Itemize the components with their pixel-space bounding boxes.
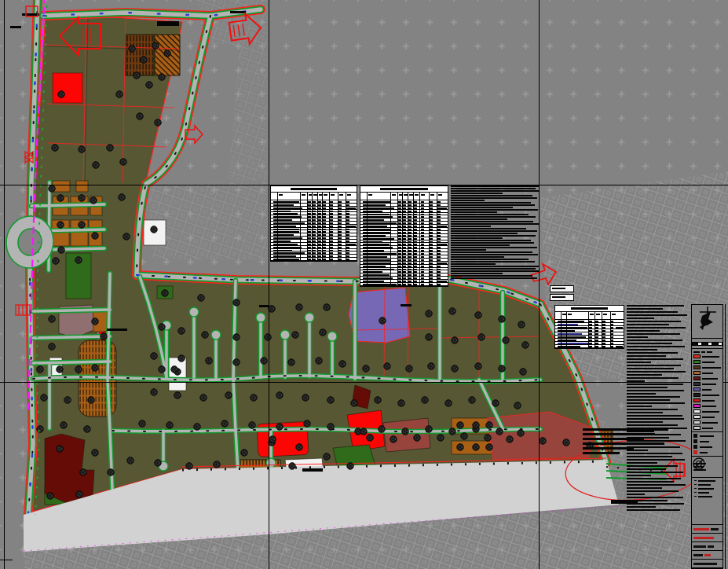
tree-symbol — [57, 366, 64, 373]
legend-swatch — [693, 415, 701, 419]
tree-symbol — [92, 233, 99, 240]
tree-symbol — [261, 358, 268, 365]
cad-text-bar — [230, 11, 246, 13]
legend-swatch — [693, 360, 701, 364]
cad-text-line — [451, 221, 533, 222]
culdesac-bulb — [189, 307, 199, 317]
tree-symbol — [503, 337, 510, 344]
cad-text-line — [451, 266, 540, 267]
cad-text-line — [451, 244, 510, 246]
tree-symbol — [486, 422, 493, 429]
tree-symbol — [221, 420, 229, 428]
cad-text-line — [451, 197, 537, 199]
tree-symbol — [75, 257, 82, 264]
cad-text-line — [583, 452, 620, 454]
tree-symbol — [159, 366, 166, 373]
tree-symbol — [475, 312, 482, 319]
tree-symbol — [171, 366, 178, 373]
cad-text-line — [627, 462, 657, 464]
tree-symbol — [426, 310, 433, 318]
tree-symbol — [84, 426, 91, 433]
tree-symbol — [486, 444, 493, 451]
tree-symbol — [88, 397, 95, 404]
cad-text-line — [627, 346, 685, 347]
tree-symbol — [60, 422, 68, 429]
cad-text-line — [627, 396, 680, 398]
titleblock-panel — [691, 304, 723, 569]
tree-symbol — [461, 433, 468, 440]
tree-symbol — [327, 424, 335, 431]
cad-text-line — [451, 273, 503, 274]
tree-symbol — [339, 361, 346, 368]
tree-symbol — [473, 444, 480, 451]
tree-symbol — [164, 50, 171, 57]
culdesac-bulb — [211, 330, 221, 340]
tree-symbol — [269, 436, 276, 443]
tree-symbol — [57, 222, 64, 229]
legend-swatch — [693, 420, 701, 424]
cad-text-line — [627, 387, 668, 388]
tree-symbol — [351, 400, 358, 407]
tree-symbol — [540, 438, 547, 445]
parcel-purple-facility — [349, 288, 410, 343]
cad-text-line — [451, 275, 532, 277]
cad-text-line — [627, 418, 684, 420]
stamp-logo-icon — [692, 457, 706, 471]
tree-symbol — [499, 316, 506, 323]
cad-text-line — [627, 352, 678, 354]
notes-block-side — [627, 305, 687, 519]
tree-symbol — [426, 334, 433, 341]
cad-text-line — [627, 393, 656, 395]
cad-text-line — [627, 371, 686, 373]
cad-text-line — [627, 380, 645, 382]
cad-text-line — [627, 330, 660, 332]
cad-text-line — [627, 500, 668, 501]
tree-symbol — [206, 358, 213, 365]
cad-text-line — [627, 478, 681, 479]
legend-item — [693, 387, 723, 392]
tree-symbol — [390, 436, 397, 443]
tree-symbol — [445, 400, 452, 407]
notes-block-se — [583, 428, 675, 455]
tree-symbol — [249, 422, 256, 429]
tree-symbol — [58, 247, 65, 254]
legend-swatch — [693, 404, 701, 408]
legend-swatch — [693, 371, 701, 375]
landuse-table-a — [270, 185, 357, 262]
cad-text-line — [451, 268, 536, 270]
tree-symbol — [452, 337, 459, 344]
tree-symbol — [475, 363, 482, 370]
cad-text-line — [451, 204, 535, 206]
tree-symbol — [514, 402, 521, 409]
cad-text-bar — [10, 26, 21, 28]
tree-symbol — [276, 392, 284, 399]
tree-symbol — [152, 42, 159, 50]
tree-symbol — [437, 435, 444, 442]
tree-symbol — [428, 363, 435, 370]
cad-drawing-canvas[interactable]: const data = JSON.parse(document.getElem… — [0, 0, 728, 569]
cad-text-line — [583, 428, 668, 431]
tree-symbol — [116, 91, 123, 98]
cad-text-line — [451, 242, 534, 244]
tree-symbol — [265, 334, 272, 341]
cad-text-line — [627, 456, 672, 457]
cad-text-line — [627, 412, 663, 413]
legend-swatch — [693, 426, 701, 430]
culdesac-bulb — [266, 458, 276, 468]
legend-item — [693, 381, 723, 387]
tree-symbol — [79, 146, 86, 153]
legend-swatch — [693, 387, 701, 391]
cad-text-line — [627, 321, 681, 322]
tree-symbol — [186, 463, 193, 470]
tree-symbol — [327, 397, 335, 404]
mini-legend-box — [550, 294, 574, 301]
tree-symbol — [178, 328, 185, 335]
parcel-table — [554, 305, 624, 349]
legend-swatch — [693, 365, 701, 369]
cad-text-line — [451, 223, 539, 225]
tree-symbol — [563, 439, 570, 446]
tree-symbol — [146, 82, 153, 89]
tree-symbol — [90, 197, 97, 204]
tree-symbol — [202, 332, 209, 339]
tree-symbol — [379, 426, 386, 433]
